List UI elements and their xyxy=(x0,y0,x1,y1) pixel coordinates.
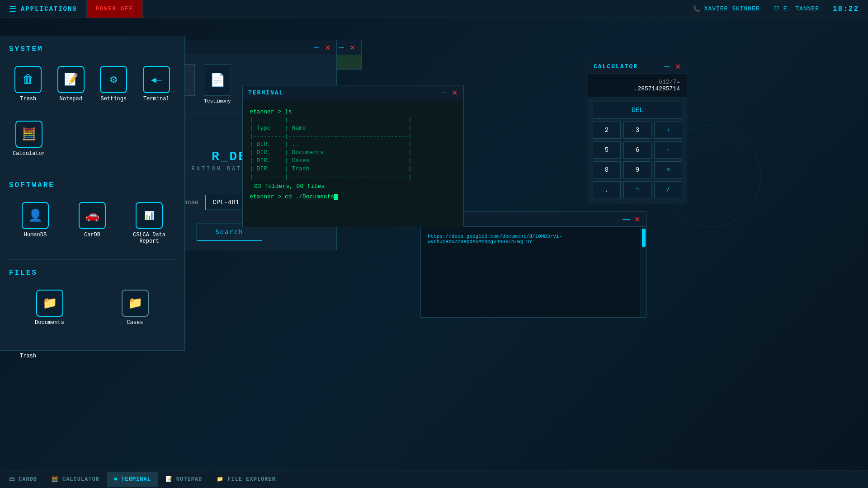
btn-divide[interactable]: / xyxy=(654,181,682,198)
term-row-cases: | DIR. | Cases | xyxy=(250,157,457,164)
calculator-close-button[interactable]: ✕ xyxy=(674,63,681,70)
cardb-close-button[interactable]: ✕ xyxy=(324,44,331,51)
notepad-text: https://docs.google3.com/document/d/10MD… xyxy=(428,234,562,244)
file-explorer-taskbar-label: FILE EXPLORER xyxy=(227,476,276,483)
menu-humandb[interactable]: 👤 HumanDB xyxy=(9,198,61,248)
menu-terminal[interactable]: ◀— Terminal xyxy=(137,62,176,106)
calculator-titlebar: CALCULATOR — ✕ xyxy=(588,59,687,74)
file-testimony[interactable]: 📄 Testimony xyxy=(204,64,231,104)
terminal-close-button[interactable]: ✕ xyxy=(451,89,458,96)
notepad-scrollbar[interactable] xyxy=(641,228,646,317)
taskbar-terminal[interactable]: ■ TERMINAL xyxy=(107,472,158,487)
btn-minus[interactable]: - xyxy=(654,141,682,159)
term-row-docs: | DIR. | Documents | xyxy=(250,149,457,156)
menu-cases[interactable]: 📁 Cases xyxy=(94,286,175,329)
taskbar-calculator[interactable]: 🧮 CALCULATOR xyxy=(45,472,106,487)
menu-cardb[interactable]: 🚗 CarDB xyxy=(66,198,118,248)
menu-notepad[interactable]: 📝 Notepad xyxy=(52,62,90,106)
term-cursor xyxy=(334,194,338,200)
file-explorer-close-button[interactable]: ✕ xyxy=(349,44,356,51)
topbar-right: 📞 XAVIER SKINNER 🛡 E. TANNER 18:22 xyxy=(684,5,868,13)
taskbar-notepad[interactable]: 📝 NOTEPAD xyxy=(159,472,209,487)
btn-3[interactable]: 3 xyxy=(623,122,651,139)
system-time: 18:22 xyxy=(833,5,859,13)
calculator-icon: 🧮 xyxy=(15,121,42,148)
apps-menu-button[interactable]: ☰ APPLICATIONS xyxy=(0,0,87,18)
btn-multiply[interactable]: × xyxy=(654,161,682,178)
calculator-minimize-button[interactable]: — xyxy=(663,63,670,70)
taskbar-file-explorer[interactable]: 📁 FILE EXPLORER xyxy=(210,472,283,487)
notepad-content[interactable]: https://docs.google3.com/document/d/10MD… xyxy=(421,227,646,317)
menu-settings[interactable]: ⚙ Settings xyxy=(94,62,133,106)
desktop: ★ WE SEEK THE TRUTH AS WE SEE IT 🗑 Trash… xyxy=(0,18,868,470)
cardb-taskbar-label: CARDB xyxy=(19,476,37,483)
files-section-title: FILES xyxy=(9,269,175,277)
divider-files xyxy=(9,259,175,260)
shield-icon: 🛡 xyxy=(774,5,780,12)
term-separator3: |---------|-----------------------------… xyxy=(250,174,457,180)
file-explorer-minimize-button[interactable]: — xyxy=(338,44,345,51)
menu-documents[interactable]: 📁 Documents xyxy=(9,286,90,329)
apps-label: APPLICATIONS xyxy=(21,5,77,13)
term-summary: 03 folders, 00 files xyxy=(254,183,457,190)
btn-8[interactable]: 8 xyxy=(593,161,621,178)
term-separator1: |---------|-----------------------------… xyxy=(250,117,457,123)
btn-equals[interactable]: = xyxy=(623,181,651,198)
svg-text:★: ★ xyxy=(707,173,713,180)
terminal-icon: ◀— xyxy=(143,66,170,93)
power-button[interactable]: POWER OFF xyxy=(87,0,143,18)
documents-icon: 📁 xyxy=(36,290,63,317)
cardb-taskbar-icon: 🗃 xyxy=(9,476,15,483)
menu-trash[interactable]: 🗑 Trash xyxy=(9,62,47,106)
btn-plus[interactable]: + xyxy=(654,122,682,139)
scroll-thumb xyxy=(642,229,646,247)
term-line-1: etanner > ls xyxy=(250,108,457,115)
btn-9[interactable]: 9 xyxy=(623,161,651,178)
menu-cslca[interactable]: 📊 CSLCA Data Report xyxy=(123,198,175,248)
file-explorer-taskbar-icon: 📁 xyxy=(217,476,224,483)
divider-software xyxy=(9,172,175,172)
term-header: | Type | Name | xyxy=(250,125,457,131)
notepad-minimize-button[interactable]: — xyxy=(623,216,630,223)
user2-name: E. TANNER xyxy=(783,5,819,12)
svg-text:WE SEEK: WE SEEK xyxy=(695,206,724,211)
btn-6[interactable]: 6 xyxy=(623,141,651,159)
user1-name: XAVIER SKINNER xyxy=(704,5,760,12)
user1: 📞 XAVIER SKINNER xyxy=(693,5,760,13)
calc-result: .285714285714 xyxy=(595,85,680,92)
testimony-icon: 📄 xyxy=(204,64,231,96)
calculator-display: 612/7= .285714285714 xyxy=(588,74,687,97)
notepad-icon: 📝 xyxy=(57,66,85,93)
calculator-taskbar-label: CALCULATOR xyxy=(62,476,99,483)
trash-label: Trash xyxy=(20,353,36,359)
settings-icon: ⚙ xyxy=(100,66,127,93)
testimony-label: Testimony xyxy=(204,99,231,104)
calculator-label: Calculator xyxy=(13,150,45,157)
calculator-title: CALCULATOR xyxy=(594,63,660,70)
btn-dot[interactable]: . xyxy=(593,181,621,198)
calculator-taskbar-icon: 🧮 xyxy=(52,476,59,483)
calc-row: 🧮 Calculator xyxy=(9,117,175,160)
terminal-minimize-button[interactable]: — xyxy=(440,89,447,96)
menu-calculator[interactable]: 🧮 Calculator xyxy=(9,117,49,160)
cardb-minimize-button[interactable]: — xyxy=(313,44,320,51)
terminal-label: Terminal xyxy=(143,96,170,102)
del-button[interactable]: DEL xyxy=(593,102,682,119)
btn-2[interactable]: 2 xyxy=(593,122,621,139)
cardb-label: CarDB xyxy=(84,232,100,238)
topbar: ☰ APPLICATIONS POWER OFF 📞 XAVIER SKINNE… xyxy=(0,0,868,18)
calc-expression: 612/7= xyxy=(595,79,680,85)
documents-label: Documents xyxy=(35,319,64,326)
term-row-trash: | DIR. | Trash | xyxy=(250,165,457,172)
taskbar-cardb[interactable]: 🗃 CARDB xyxy=(2,472,44,487)
term-row-dotdot: | DIR. | .. | xyxy=(250,141,457,148)
system-icons-grid: 🗑 Trash 📝 Notepad ⚙ Settings ◀— Terminal xyxy=(9,62,175,106)
phone-icon: 📞 xyxy=(693,5,701,13)
calculator-window: CALCULATOR — ✕ 612/7= .285714285714 DEL … xyxy=(588,59,687,203)
term-line-cd: etanner > cd ./Documents xyxy=(250,193,457,200)
btn-5[interactable]: 5 xyxy=(593,141,621,159)
trash-icon: 🗑 xyxy=(14,66,42,93)
terminal-content[interactable]: etanner > ls |---------|----------------… xyxy=(243,100,463,227)
notepad-close-button[interactable]: ✕ xyxy=(633,216,641,223)
cslca-icon: 📊 xyxy=(136,202,163,229)
